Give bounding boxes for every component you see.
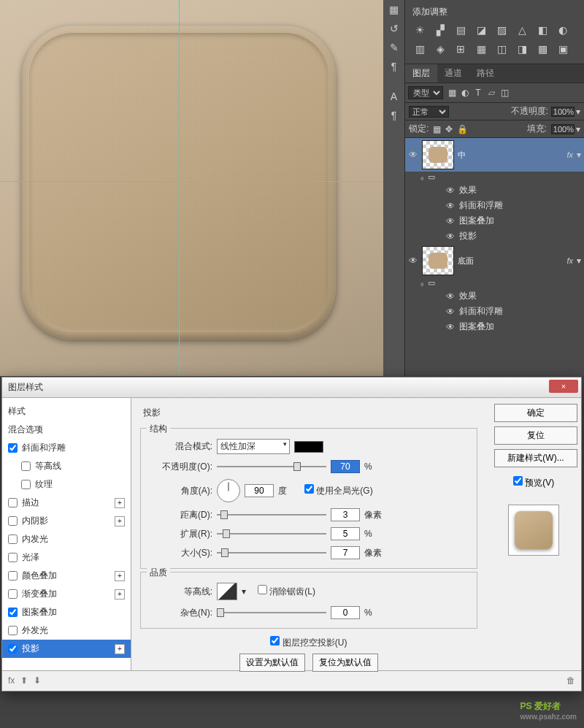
opacity-input[interactable] (331, 460, 360, 473)
visibility-icon[interactable]: 👁 (445, 231, 456, 242)
adj-selective-icon[interactable]: ▣ (556, 43, 570, 56)
add-effect-icon[interactable]: + (115, 644, 125, 654)
blend-mode-dropdown[interactable]: 线性加深 (217, 439, 290, 454)
distance-slider[interactable] (217, 509, 326, 521)
style-checkbox[interactable] (8, 626, 18, 635)
visibility-icon[interactable]: 👁 (408, 256, 418, 266)
adj-hue-icon[interactable]: △ (515, 24, 529, 37)
style-item[interactable]: 光泽 (2, 548, 131, 567)
style-checkbox[interactable] (8, 534, 18, 544)
style-item[interactable]: 等高线 (2, 457, 131, 475)
effect-pattern[interactable]: 图案叠加 (459, 321, 494, 333)
fx-badge[interactable]: fx (566, 256, 573, 265)
style-item[interactable]: 描边+ (2, 494, 131, 512)
visibility-icon[interactable]: 👁 (445, 322, 456, 332)
style-checkbox[interactable] (21, 480, 31, 489)
layer-thumbnail[interactable] (422, 140, 454, 169)
adj-balance-icon[interactable]: ◧ (535, 24, 550, 37)
visibility-icon[interactable]: 👁 (445, 185, 456, 196)
ok-button[interactable]: 确定 (494, 404, 577, 422)
layer-name[interactable]: 底面 (458, 256, 563, 267)
adj-brightness-icon[interactable]: ☀ (412, 24, 427, 37)
style-item[interactable]: 投影+ (2, 640, 131, 658)
add-effect-icon[interactable]: + (115, 498, 125, 508)
distance-input[interactable] (331, 508, 360, 521)
filter-shape-icon[interactable]: ▱ (485, 88, 497, 98)
fill-dropdown-icon[interactable]: ▾ (576, 124, 580, 134)
layer-kind-filter[interactable]: 类型 (408, 86, 443, 99)
style-item[interactable]: 内阴影+ (2, 512, 131, 530)
link-icon[interactable]: ⬨ (420, 279, 425, 288)
layer-thumbnail[interactable] (422, 246, 454, 275)
adj-vibrance-icon[interactable]: ▨ (494, 24, 509, 37)
visibility-icon[interactable]: 👁 (445, 201, 456, 211)
size-input[interactable] (331, 546, 360, 559)
shape-thumb-icon[interactable]: ▭ (428, 172, 435, 182)
style-checkbox[interactable] (8, 443, 18, 453)
lock-all-icon[interactable]: 🔒 (457, 124, 468, 134)
antialias-checkbox[interactable]: 消除锯齿(L) (258, 585, 315, 598)
preview-checkbox[interactable]: 预览(V) (513, 476, 554, 489)
effect-bevel[interactable]: 斜面和浮雕 (459, 305, 503, 318)
swatches-icon[interactable]: ▦ (389, 4, 399, 15)
tab-channels[interactable]: 通道 (437, 64, 469, 83)
noise-slider[interactable] (217, 607, 326, 618)
layer-item[interactable]: 👁 底面 fx ▾ (405, 244, 584, 277)
paragraph-icon[interactable]: ¶ (391, 61, 397, 72)
lock-position-icon[interactable]: ✥ (445, 124, 453, 134)
contour-dropdown-icon[interactable]: ▾ (242, 586, 246, 597)
tab-paths[interactable]: 路径 (469, 64, 502, 83)
style-item[interactable]: 图案叠加 (2, 603, 131, 621)
opacity-slider[interactable] (217, 461, 326, 472)
adj-gradient-icon[interactable]: ▩ (535, 43, 550, 56)
style-item[interactable]: 外发光 (2, 621, 131, 640)
up-icon[interactable]: ⬆ (20, 675, 28, 686)
layer-item[interactable]: 👁 中 fx ▾ (405, 138, 584, 172)
effects-label[interactable]: 效果 (459, 290, 477, 302)
adj-bw-icon[interactable]: ◐ (556, 24, 570, 37)
chevron-down-icon[interactable]: ▾ (577, 150, 581, 160)
blending-options[interactable]: 混合选项 (2, 421, 131, 439)
fx-menu-icon[interactable]: fx (8, 675, 15, 686)
effects-label[interactable]: 效果 (459, 184, 477, 196)
filter-pixel-icon[interactable]: ▦ (446, 88, 458, 98)
add-effect-icon[interactable]: + (115, 589, 125, 599)
trash-icon[interactable]: 🗑 (566, 675, 575, 686)
style-checkbox[interactable] (8, 553, 18, 562)
filter-adjust-icon[interactable]: ◐ (459, 88, 471, 98)
shape-thumb-icon[interactable]: ▭ (428, 278, 435, 288)
filter-type-icon[interactable]: T (472, 88, 484, 98)
blend-mode-select[interactable]: 正常 (409, 106, 449, 118)
style-checkbox[interactable] (8, 571, 18, 581)
visibility-icon[interactable]: 👁 (445, 216, 456, 226)
guide-vertical[interactable] (179, 0, 180, 376)
canvas-area[interactable] (0, 0, 383, 376)
reset-default-button[interactable]: 复位为默认值 (312, 654, 378, 672)
style-item[interactable]: 颜色叠加+ (2, 567, 131, 585)
style-checkbox[interactable] (8, 644, 18, 654)
visibility-icon[interactable]: 👁 (408, 150, 418, 160)
down-icon[interactable]: ⬇ (34, 675, 41, 686)
effect-shadow[interactable]: 投影 (459, 230, 477, 242)
fill-input[interactable] (551, 124, 575, 134)
chevron-down-icon[interactable]: ▾ (577, 256, 581, 266)
style-item[interactable]: 纹理 (2, 475, 131, 494)
visibility-icon[interactable]: 👁 (445, 291, 456, 302)
fx-badge[interactable]: fx (566, 150, 573, 159)
knockout-checkbox[interactable]: 图层挖空投影(U) (270, 637, 347, 648)
angle-input[interactable] (245, 484, 274, 497)
style-checkbox[interactable] (8, 589, 18, 599)
lock-pixels-icon[interactable]: ▦ (433, 124, 441, 134)
add-effect-icon[interactable]: + (115, 571, 125, 581)
style-checkbox[interactable] (21, 461, 31, 471)
global-light-checkbox[interactable]: 使用全局光(G) (304, 484, 373, 497)
character-icon[interactable]: A (391, 91, 397, 102)
effect-pattern[interactable]: 图案叠加 (459, 215, 494, 227)
adj-curves-icon[interactable]: ▤ (453, 24, 468, 37)
close-button[interactable]: × (549, 380, 578, 393)
adj-poster-icon[interactable]: ◫ (494, 43, 509, 56)
style-item[interactable]: 斜面和浮雕 (2, 439, 131, 457)
opacity-dropdown-icon[interactable]: ▾ (576, 107, 580, 117)
styles-header[interactable]: 样式 (2, 402, 131, 421)
style-checkbox[interactable] (8, 498, 18, 507)
